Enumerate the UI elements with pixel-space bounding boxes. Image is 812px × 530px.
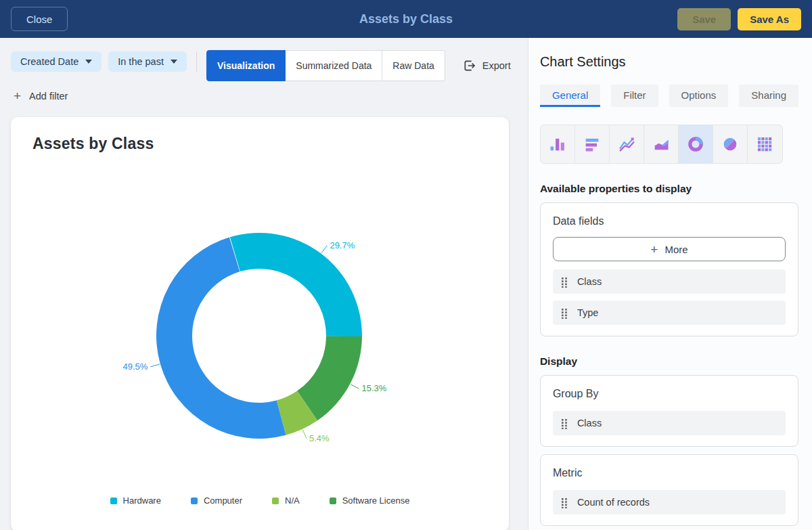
legend-label: N/A bbox=[285, 495, 300, 506]
chart-settings-panel: Chart Settings GeneralFilterOptionsShari… bbox=[528, 38, 812, 530]
export-button[interactable]: Export bbox=[463, 59, 511, 72]
view-tabs: VisualizationSummarized DataRaw Data bbox=[206, 50, 445, 81]
main-area: Created DateIn the past VisualizationSum… bbox=[0, 38, 812, 530]
report-area: Created DateIn the past VisualizationSum… bbox=[0, 38, 528, 530]
table-chart-icon bbox=[755, 135, 774, 154]
filter-chip-label: Created Date bbox=[20, 56, 78, 67]
settings-tab-filter[interactable]: Filter bbox=[611, 85, 658, 107]
data-fields-heading: Data fields bbox=[553, 215, 786, 227]
legend-swatch bbox=[330, 498, 336, 504]
legend-item-software-license[interactable]: Software License bbox=[330, 495, 410, 506]
legend-label: Computer bbox=[204, 495, 242, 506]
divider bbox=[196, 51, 197, 72]
label-leader-line bbox=[321, 246, 327, 253]
available-properties-heading: Available properties to display bbox=[540, 183, 798, 195]
chart-type-picker bbox=[540, 125, 783, 164]
top-bar: Close Assets by Class Save Save As bbox=[0, 0, 812, 38]
field-item-count-of-records[interactable]: Count of records bbox=[553, 490, 786, 514]
settings-tabs: GeneralFilterOptionsSharing bbox=[540, 85, 798, 107]
drag-handle-icon[interactable] bbox=[561, 418, 568, 429]
settings-title: Chart Settings bbox=[540, 54, 798, 70]
chart-title: Assets by Class bbox=[32, 135, 487, 153]
drag-handle-icon[interactable] bbox=[561, 497, 568, 508]
legend-item-hardware[interactable]: Hardware bbox=[110, 495, 161, 506]
slice-percent-label: 15.3% bbox=[362, 383, 387, 393]
filter-chips: Created DateIn the past bbox=[11, 50, 187, 81]
horizontal-bar-chart-icon bbox=[583, 135, 602, 154]
more-label: More bbox=[664, 244, 687, 255]
save-as-button[interactable]: Save As bbox=[738, 8, 801, 30]
topbar-actions: Save Save As bbox=[677, 8, 801, 30]
field-item-label: Count of records bbox=[577, 497, 650, 508]
metric-list: Count of records bbox=[553, 490, 786, 514]
legend-label: Hardware bbox=[123, 495, 161, 506]
donut-chart: 29.7%15.3%5.4%49.5% bbox=[32, 154, 487, 493]
group-by-heading: Group By bbox=[553, 388, 786, 400]
drag-handle-icon[interactable] bbox=[561, 276, 568, 288]
chevron-down-icon bbox=[171, 60, 177, 64]
filters-bar: Created DateIn the past VisualizationSum… bbox=[0, 38, 528, 81]
data-field-list: ClassType bbox=[553, 269, 786, 325]
drag-handle-icon[interactable] bbox=[561, 307, 568, 319]
label-leader-line bbox=[302, 430, 307, 439]
slice-percent-label: 49.5% bbox=[123, 361, 148, 372]
label-leader-line bbox=[150, 364, 159, 367]
chart-legend: HardwareComputerN/ASoftware License bbox=[32, 495, 487, 506]
chart-type-line-chart[interactable] bbox=[610, 125, 644, 163]
save-button[interactable]: Save bbox=[677, 8, 731, 30]
legend-swatch bbox=[191, 498, 198, 504]
export-icon bbox=[463, 59, 476, 72]
slice-percent-label: 5.4% bbox=[309, 433, 330, 443]
view-tab-summarized-data[interactable]: Summarized Data bbox=[286, 50, 382, 81]
chart-type-pie-chart[interactable] bbox=[713, 125, 748, 163]
field-item-class[interactable]: Class bbox=[553, 269, 786, 294]
plus-icon: + bbox=[14, 89, 21, 102]
chart-type-bar-chart[interactable] bbox=[541, 125, 575, 163]
settings-tab-general[interactable]: General bbox=[540, 85, 600, 107]
label-leader-line bbox=[351, 384, 359, 389]
line-chart-icon bbox=[617, 135, 636, 154]
field-item-label: Type bbox=[577, 307, 598, 318]
field-item-label: Class bbox=[577, 418, 602, 428]
field-item-type[interactable]: Type bbox=[553, 301, 786, 325]
data-fields-card: Data fields + More ClassType bbox=[540, 202, 798, 336]
legend-swatch bbox=[272, 498, 279, 504]
pie-chart-icon bbox=[721, 135, 740, 154]
field-item-class[interactable]: Class bbox=[553, 411, 786, 435]
legend-item-n-a[interactable]: N/A bbox=[272, 495, 300, 506]
chart-type-table-chart[interactable] bbox=[748, 125, 782, 163]
add-filter-button[interactable]: + Add filter bbox=[11, 89, 99, 102]
chart-type-donut-chart[interactable] bbox=[679, 125, 713, 163]
settings-tab-options[interactable]: Options bbox=[669, 85, 729, 107]
filter-chip-label: In the past bbox=[118, 56, 164, 67]
more-fields-button[interactable]: + More bbox=[553, 237, 786, 261]
view-tab-raw-data[interactable]: Raw Data bbox=[382, 50, 445, 81]
chart-type-horizontal-bar-chart[interactable] bbox=[575, 125, 610, 163]
donut-chart-icon bbox=[686, 135, 705, 154]
slice-percent-label: 29.7% bbox=[330, 240, 355, 250]
legend-swatch bbox=[110, 498, 117, 504]
bar-chart-icon bbox=[548, 135, 567, 154]
close-button[interactable]: Close bbox=[11, 7, 68, 31]
export-label: Export bbox=[482, 60, 511, 71]
chart-type-area-chart[interactable] bbox=[644, 125, 679, 163]
chevron-down-icon bbox=[85, 60, 92, 64]
legend-item-computer[interactable]: Computer bbox=[191, 495, 242, 506]
settings-tab-sharing[interactable]: Sharing bbox=[739, 85, 798, 107]
group-by-card: Group By Class bbox=[540, 375, 798, 447]
filter-chip-in-the-past[interactable]: In the past bbox=[108, 51, 187, 72]
filter-chip-created-date[interactable]: Created Date bbox=[11, 51, 102, 72]
plus-icon: + bbox=[650, 243, 658, 256]
metric-card: Metric Count of records bbox=[540, 454, 798, 526]
display-heading: Display bbox=[540, 355, 798, 368]
field-item-label: Class bbox=[577, 276, 602, 287]
add-filter-label: Add filter bbox=[29, 91, 68, 102]
group-by-list: Class bbox=[553, 411, 786, 435]
legend-label: Software License bbox=[342, 495, 410, 506]
area-chart-icon bbox=[652, 135, 671, 154]
metric-heading: Metric bbox=[553, 467, 786, 479]
view-tab-visualization[interactable]: Visualization bbox=[206, 50, 286, 81]
chart-card: Assets by Class 29.7%15.3%5.4%49.5% Hard… bbox=[11, 117, 509, 530]
